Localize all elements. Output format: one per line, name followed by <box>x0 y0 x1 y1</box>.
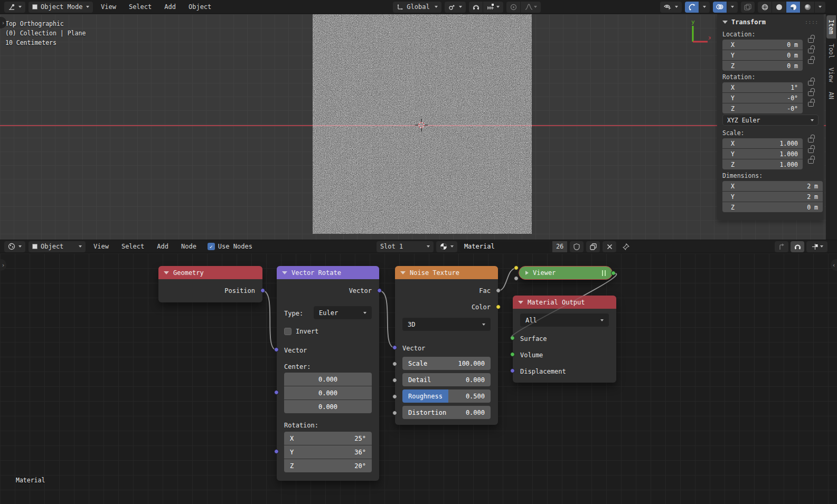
socket-distortion-in[interactable] <box>392 411 397 415</box>
socket-vector-in[interactable] <box>274 347 279 352</box>
node-menu-view[interactable]: View <box>89 241 114 252</box>
node-toolbar-toggle-arrow[interactable]: › <box>0 259 6 271</box>
rotation-mode-dropdown[interactable]: XYZ Euler <box>722 115 819 126</box>
shading-wireframe-button[interactable] <box>758 2 772 13</box>
socket-position-out[interactable] <box>260 288 265 293</box>
node-viewer[interactable]: Viewer <box>519 266 613 280</box>
proportional-falloff-dropdown[interactable] <box>521 2 541 13</box>
location-x-field[interactable]: X0 m <box>722 40 803 50</box>
editor-type-button[interactable] <box>4 2 25 13</box>
invert-checkbox[interactable] <box>284 328 291 335</box>
nt-dimensions-dropdown[interactable]: 3D <box>402 318 491 331</box>
socket-viewer-out[interactable] <box>611 271 616 275</box>
location-z-field[interactable]: Z0 m <box>722 61 803 71</box>
socket-viewer-alpha-in[interactable] <box>514 276 519 281</box>
panel-collapse-icon[interactable] <box>722 21 728 24</box>
center-x-field[interactable]: 0.000 <box>284 373 372 386</box>
tab-item[interactable]: Item <box>826 15 836 39</box>
xray-toggle[interactable] <box>741 2 755 13</box>
shader-type-dropdown[interactable]: Object <box>29 241 86 252</box>
shading-solid-button[interactable] <box>772 2 786 13</box>
tab-an[interactable]: AN <box>826 88 836 103</box>
socket-scale-in[interactable] <box>392 362 397 366</box>
lock-icon[interactable] <box>808 56 815 63</box>
menu-object[interactable]: Object <box>184 2 216 12</box>
socket-detail-in[interactable] <box>392 378 397 383</box>
mo-target-dropdown[interactable]: All <box>520 313 609 327</box>
lock-icon[interactable] <box>808 135 815 142</box>
use-nodes-toggle[interactable]: ✓ Use Nodes <box>208 243 252 250</box>
node-noise-texture[interactable]: Noise Texture Fac Color 3D Vector Scale … <box>395 266 498 425</box>
vr-type-dropdown[interactable]: Euler <box>314 306 372 319</box>
rotation-y-field[interactable]: Y 36° <box>284 445 372 459</box>
socket-noise-vector-in[interactable] <box>392 345 397 350</box>
node-snap-target-dropdown[interactable] <box>806 241 827 252</box>
lock-icon[interactable] <box>808 45 815 53</box>
rotation-x-field[interactable]: X 25° <box>284 432 372 445</box>
nt-distortion-slider[interactable]: Distortion 0.000 <box>402 406 491 419</box>
nt-detail-slider[interactable]: Detail 0.000 <box>402 373 491 386</box>
editor-type-button-shader[interactable] <box>4 241 25 252</box>
snap-settings-dropdown[interactable] <box>483 2 503 13</box>
proportional-edit-toggle[interactable] <box>506 2 520 13</box>
material-users-count[interactable]: 26 <box>552 241 567 252</box>
node-menu-select[interactable]: Select <box>117 241 149 252</box>
socket-color-out[interactable] <box>496 305 501 309</box>
node-vector-rotate-header[interactable]: Vector Rotate <box>277 266 379 279</box>
collapse-icon[interactable] <box>400 271 406 274</box>
socket-viewer-image-in[interactable] <box>514 265 519 270</box>
node-geometry-header[interactable]: Geometry <box>158 266 262 279</box>
rotation-z-field[interactable]: Z 20° <box>284 459 372 472</box>
dimensions-x-field[interactable]: X2 m <box>722 181 823 191</box>
go-to-parent-node-tree-button[interactable] <box>775 241 788 252</box>
location-y-field[interactable]: Y0 m <box>722 50 803 60</box>
mode-dropdown[interactable]: Object Mode <box>29 2 93 13</box>
socket-surface-in[interactable] <box>510 336 515 340</box>
socket-vector-out[interactable] <box>377 288 382 293</box>
collapse-icon[interactable] <box>518 301 523 304</box>
gizmos-toggle[interactable] <box>685 2 699 13</box>
tab-view[interactable]: View <box>826 63 836 87</box>
rotation-y-field[interactable]: Y-0° <box>722 93 803 103</box>
visibility-dropdown[interactable] <box>660 2 682 13</box>
viewport-3d[interactable]: Top Orthographic (0) Collection | Plane … <box>0 14 837 240</box>
node-snap-toggle[interactable] <box>791 241 804 252</box>
overlays-dropdown[interactable] <box>727 2 738 13</box>
socket-displacement-in[interactable] <box>510 368 515 373</box>
material-name-field[interactable]: Material <box>460 241 550 252</box>
center-y-field[interactable]: 0.000 <box>284 386 372 400</box>
pivot-point-dropdown[interactable] <box>445 2 466 13</box>
menu-view[interactable]: View <box>96 2 121 12</box>
shading-rendered-button[interactable] <box>801 2 814 13</box>
material-browse-dropdown[interactable] <box>436 241 457 252</box>
scale-z-field[interactable]: Z1.000 <box>722 159 803 169</box>
shading-material-button[interactable] <box>786 2 800 13</box>
rotation-z-field[interactable]: Z-0° <box>722 103 803 113</box>
panel-drag-dots[interactable]: :::: <box>805 20 819 25</box>
node-noise-texture-header[interactable]: Noise Texture <box>395 266 498 279</box>
scale-x-field[interactable]: X1.000 <box>722 138 803 148</box>
tab-tool[interactable]: Tool <box>826 40 836 63</box>
collapse-icon[interactable] <box>164 271 169 274</box>
node-menu-node[interactable]: Node <box>176 241 201 252</box>
dimensions-y-field[interactable]: Y2 m <box>722 192 823 202</box>
socket-roughness-in[interactable] <box>392 394 397 399</box>
lock-icon[interactable] <box>808 88 815 96</box>
center-z-field[interactable]: 0.000 <box>284 400 372 413</box>
collapse-icon[interactable] <box>282 271 287 274</box>
transform-orientation-dropdown[interactable]: Global <box>393 2 441 13</box>
transform-panel-header[interactable]: Transform :::: <box>717 17 824 29</box>
node-vector-rotate[interactable]: Vector Rotate Vector Type: Euler Invert … <box>277 266 379 481</box>
fake-user-button[interactable] <box>570 241 584 252</box>
nt-scale-slider[interactable]: Scale 100.000 <box>402 357 491 370</box>
rotation-x-field[interactable]: X1° <box>722 82 803 92</box>
pin-button[interactable] <box>619 241 633 252</box>
duplicate-material-button[interactable] <box>586 241 600 252</box>
expand-icon[interactable] <box>525 271 529 275</box>
gizmos-dropdown[interactable] <box>699 2 710 13</box>
socket-center-in[interactable] <box>274 390 279 395</box>
lock-icon[interactable] <box>808 35 815 42</box>
lock-icon[interactable] <box>808 78 815 85</box>
scale-y-field[interactable]: Y1.000 <box>722 149 803 159</box>
socket-volume-in[interactable] <box>510 352 515 357</box>
